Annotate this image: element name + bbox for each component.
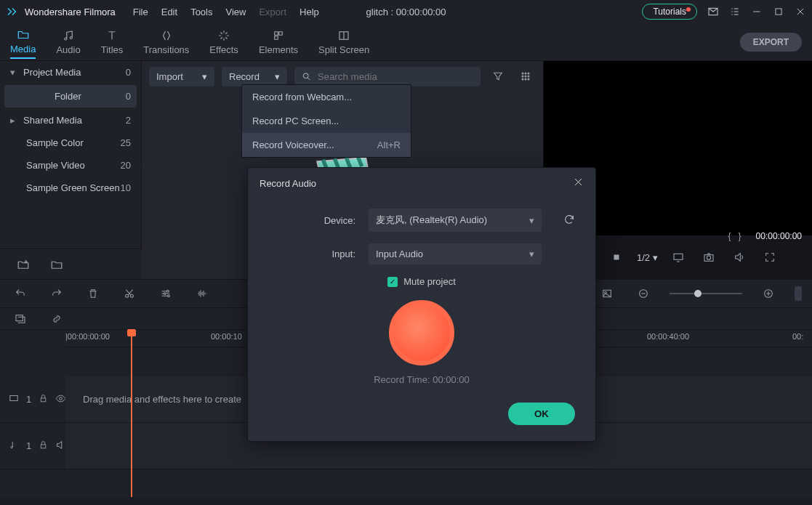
tab-bar: Media Audio Titles Transitions Effects E… <box>0 23 812 61</box>
export-button[interactable]: EXPORT <box>740 33 802 52</box>
tab-media[interactable]: Media <box>10 25 36 59</box>
svg-rect-1 <box>776 9 781 15</box>
picture-icon[interactable] <box>597 283 617 304</box>
undo-icon[interactable] <box>10 283 31 304</box>
eye-icon[interactable] <box>55 393 66 406</box>
sidebar-item-sample-color[interactable]: Sample Color 25 <box>0 132 141 154</box>
sidebar-item-sample-green[interactable]: Sample Green Screen 10 <box>0 177 141 199</box>
sidebar-bottom-toolbar <box>0 249 142 279</box>
menu-view[interactable]: View <box>225 7 246 17</box>
waveform-icon[interactable] <box>192 283 212 304</box>
close-icon[interactable] <box>573 177 584 190</box>
sidebar-item-shared-media[interactable]: ▸ Shared Media 2 <box>0 109 141 132</box>
menu-record-voiceover[interactable]: Record Voiceover... Alt+R <box>242 133 411 157</box>
main-menu: File Edit Tools View Export Help <box>133 7 319 17</box>
tab-split-screen[interactable]: Split Screen <box>318 26 369 58</box>
message-icon[interactable] <box>707 6 719 17</box>
sidebar-label: Shared Media <box>23 115 126 126</box>
zoom-in-icon[interactable] <box>758 283 779 304</box>
list-icon[interactable] <box>729 6 741 17</box>
record-dropdown[interactable]: Record ▾ <box>222 67 287 86</box>
redo-icon[interactable] <box>47 283 67 304</box>
project-title: glitch : 00:00:00:00 <box>366 7 446 17</box>
tab-transitions[interactable]: Transitions <box>143 26 189 58</box>
cut-icon[interactable] <box>119 283 140 304</box>
speaker-icon[interactable] <box>55 440 66 453</box>
maximize-icon[interactable] <box>773 6 784 17</box>
lock-icon[interactable] <box>39 440 48 452</box>
menu-record-webcam[interactable]: Record from Webcam... <box>242 85 411 109</box>
svg-point-11 <box>525 78 526 80</box>
menu-record-pc-screen[interactable]: Record PC Screen... <box>242 109 411 133</box>
sidebar-item-folder[interactable]: Folder 0 <box>4 85 137 108</box>
sidebar-count: 10 <box>121 182 131 193</box>
shortcut-label: Alt+R <box>377 140 401 150</box>
record-button[interactable] <box>389 300 454 365</box>
elements-icon <box>271 29 286 42</box>
refresh-icon[interactable] <box>563 214 575 227</box>
menu-export: Export <box>259 7 286 17</box>
menu-file[interactable]: File <box>133 7 148 17</box>
display-icon[interactable] <box>668 247 688 267</box>
sidebar-label: Sample Color <box>26 137 121 148</box>
search-box[interactable] <box>294 67 481 86</box>
close-icon[interactable] <box>795 6 806 17</box>
layers-icon[interactable] <box>10 309 31 329</box>
tab-titles-label: Titles <box>101 44 124 55</box>
sidebar-label: Sample Green Screen <box>26 182 121 193</box>
sidebar-count: 0 <box>126 91 131 102</box>
minimize-icon[interactable] <box>751 6 763 17</box>
mute-project-row[interactable]: ✓ Mute project <box>268 276 575 287</box>
sidebar-item-sample-video[interactable]: Sample Video 20 <box>0 154 141 177</box>
lock-icon[interactable] <box>39 394 48 405</box>
tab-effects[interactable]: Effects <box>209 26 238 58</box>
tutorials-button[interactable]: Tutorials <box>642 4 697 20</box>
playhead[interactable] <box>131 330 132 497</box>
sidebar-count: 2 <box>126 115 131 126</box>
delete-icon[interactable] <box>83 283 103 304</box>
chevron-down-icon: ▾ <box>653 252 658 263</box>
ok-button[interactable]: OK <box>508 403 575 425</box>
record-audio-dialog: Record Audio Device: 麦克风, (Realtek(R) Au… <box>247 167 596 442</box>
input-select[interactable]: Input Audio ▾ <box>369 243 542 264</box>
grid-icon[interactable] <box>515 66 536 86</box>
search-icon <box>302 71 312 82</box>
device-select[interactable]: 麦克风, (Realtek(R) Audio) ▾ <box>369 209 542 232</box>
snapshot-icon[interactable] <box>699 247 719 267</box>
checkbox-checked-icon[interactable]: ✓ <box>387 277 398 287</box>
svg-point-22 <box>168 295 170 297</box>
folder-icon <box>16 28 31 41</box>
tab-elements[interactable]: Elements <box>259 26 298 58</box>
fullscreen-icon[interactable] <box>760 247 780 267</box>
tab-titles[interactable]: Titles <box>101 26 124 58</box>
sidebar-label: Folder <box>10 91 126 102</box>
preview-timecode: 00:00:00:00 <box>756 231 802 241</box>
menu-help[interactable]: Help <box>300 7 319 17</box>
tab-audio[interactable]: Audio <box>56 26 80 58</box>
track-number: 1 <box>26 394 31 405</box>
import-dropdown[interactable]: Import ▾ <box>149 67 214 86</box>
zoom-out-icon[interactable] <box>633 283 654 304</box>
filter-icon[interactable] <box>488 66 508 86</box>
sidebar-item-project-media[interactable]: ▾ Project Media 0 <box>0 61 141 84</box>
stop-icon[interactable] <box>606 247 627 267</box>
zoom-slider[interactable] <box>670 293 742 294</box>
folder-icon[interactable] <box>47 254 67 275</box>
svg-point-3 <box>303 73 308 78</box>
chevron-down-icon: ▾ <box>529 249 534 259</box>
import-label: Import <box>156 71 183 82</box>
preview-time-row: { } 00:00:00:00 <box>728 231 802 241</box>
tab-elements-label: Elements <box>259 44 298 55</box>
menu-edit[interactable]: Edit <box>161 7 177 17</box>
link-icon[interactable] <box>47 309 67 329</box>
sidebar-label: Sample Video <box>26 160 121 171</box>
zoom-ratio[interactable]: 1/2▾ <box>637 252 658 263</box>
slider-knob[interactable] <box>694 290 702 297</box>
ruler-tick: 00:00:10 <box>211 332 242 341</box>
add-folder-icon[interactable] <box>13 254 33 275</box>
search-input[interactable] <box>318 71 473 82</box>
menu-tools[interactable]: Tools <box>190 7 212 17</box>
settings-icon[interactable] <box>156 283 176 304</box>
meter-icon[interactable] <box>795 286 802 301</box>
volume-icon[interactable] <box>729 247 749 267</box>
